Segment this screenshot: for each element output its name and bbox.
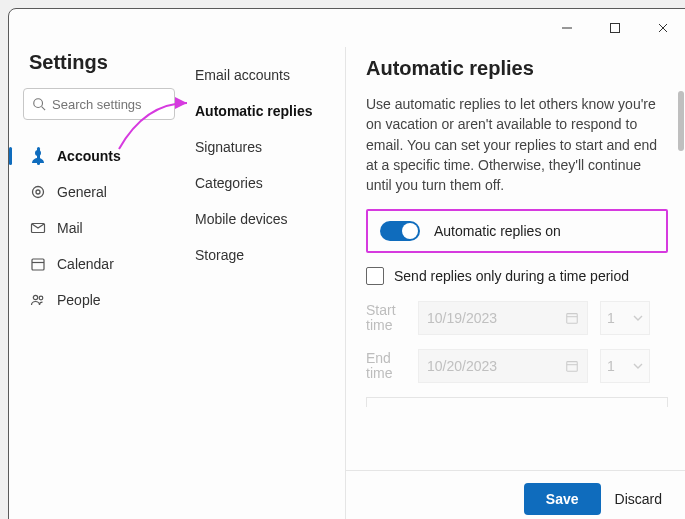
end-time-label: End time — [366, 351, 406, 382]
automatic-replies-toggle-row: Automatic replies on — [366, 209, 668, 253]
svg-point-7 — [33, 187, 44, 198]
calendar-icon — [565, 311, 579, 325]
search-input-wrap[interactable] — [23, 88, 175, 120]
subnav-item-storage[interactable]: Storage — [185, 237, 337, 273]
discard-button[interactable]: Discard — [615, 491, 662, 507]
person-icon — [29, 148, 47, 164]
sidebar-item-calendar[interactable]: Calendar — [23, 246, 175, 282]
subnav-item-label: Signatures — [195, 139, 262, 155]
sidebar-item-label: Calendar — [57, 256, 114, 272]
time-period-checkbox-row: Send replies only during a time period — [366, 267, 668, 285]
primary-sidebar: Settings Accounts General — [9, 47, 185, 519]
maximize-button[interactable] — [592, 13, 638, 43]
panel-description: Use automatic replies to let others know… — [366, 94, 668, 195]
sidebar-item-accounts[interactable]: Accounts — [23, 138, 175, 174]
subnav-item-categories[interactable]: Categories — [185, 165, 337, 201]
svg-point-13 — [39, 296, 43, 300]
svg-point-8 — [36, 190, 40, 194]
start-hour-field[interactable]: 1 — [600, 301, 650, 335]
end-hour-value: 1 — [607, 358, 615, 374]
settings-window: Settings Accounts General — [8, 8, 685, 519]
start-date-field[interactable]: 10/19/2023 — [418, 301, 588, 335]
search-icon — [32, 97, 46, 111]
calendar-icon — [565, 359, 579, 373]
mail-icon — [29, 220, 47, 236]
start-date-value: 10/19/2023 — [427, 310, 497, 326]
close-button[interactable] — [640, 13, 685, 43]
svg-rect-10 — [32, 259, 44, 270]
subnav-item-label: Storage — [195, 247, 244, 263]
sidebar-item-people[interactable]: People — [23, 282, 175, 318]
sidebar-item-label: People — [57, 292, 101, 308]
sidebar-item-label: Accounts — [57, 148, 121, 164]
minimize-button[interactable] — [544, 13, 590, 43]
time-period-checkbox[interactable] — [366, 267, 384, 285]
svg-point-12 — [33, 295, 37, 299]
calendar-icon — [29, 256, 47, 272]
save-button[interactable]: Save — [524, 483, 601, 515]
checkbox-label: Send replies only during a time period — [394, 268, 629, 284]
sidebar-item-label: Mail — [57, 220, 83, 236]
subnav-item-email-accounts[interactable]: Email accounts — [185, 57, 337, 93]
end-date-value: 10/20/2023 — [427, 358, 497, 374]
footer: Save Discard — [346, 470, 685, 519]
automatic-replies-toggle[interactable] — [380, 221, 420, 241]
toggle-label: Automatic replies on — [434, 223, 561, 239]
scrollbar[interactable] — [678, 91, 684, 462]
sidebar-item-mail[interactable]: Mail — [23, 210, 175, 246]
panel-title: Automatic replies — [366, 57, 668, 80]
end-date-field[interactable]: 10/20/2023 — [418, 349, 588, 383]
svg-point-4 — [34, 99, 43, 108]
subnav-item-label: Mobile devices — [195, 211, 288, 227]
start-hour-value: 1 — [607, 310, 615, 326]
subnav-item-automatic-replies[interactable]: Automatic replies — [185, 93, 337, 129]
people-icon — [29, 292, 47, 308]
subnav-item-label: Automatic replies — [195, 103, 312, 119]
panel-scroll: Automatic replies Use automatic replies … — [346, 47, 685, 470]
start-time-row: Start time 10/19/2023 1 — [366, 301, 668, 335]
svg-rect-16 — [567, 362, 578, 372]
subnav-item-signatures[interactable]: Signatures — [185, 129, 337, 165]
subnav: Email accounts Automatic replies Signatu… — [185, 47, 345, 519]
end-hour-field[interactable]: 1 — [600, 349, 650, 383]
svg-rect-14 — [567, 314, 578, 324]
sidebar-item-label: General — [57, 184, 107, 200]
titlebar — [9, 9, 685, 47]
settings-title: Settings — [29, 51, 175, 74]
cutoff-field — [366, 397, 668, 407]
body: Settings Accounts General — [9, 47, 685, 519]
gear-icon — [29, 184, 47, 200]
subnav-item-label: Categories — [195, 175, 263, 191]
svg-rect-1 — [611, 24, 620, 33]
subnav-item-label: Email accounts — [195, 67, 290, 83]
start-time-label: Start time — [366, 303, 406, 334]
sidebar-item-general[interactable]: General — [23, 174, 175, 210]
end-time-row: End time 10/20/2023 1 — [366, 349, 668, 383]
content-panel: Automatic replies Use automatic replies … — [345, 47, 685, 519]
svg-line-5 — [42, 107, 46, 111]
chevron-down-icon — [633, 313, 643, 323]
chevron-down-icon — [633, 361, 643, 371]
svg-point-6 — [35, 150, 41, 156]
subnav-item-mobile-devices[interactable]: Mobile devices — [185, 201, 337, 237]
scrollbar-thumb[interactable] — [678, 91, 684, 151]
